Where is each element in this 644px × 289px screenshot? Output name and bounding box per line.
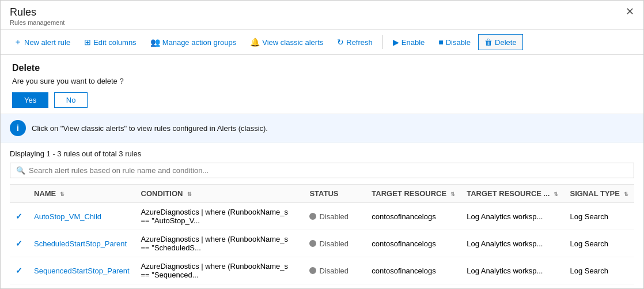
row-condition-0: AzureDiagnostics | where (RunbookName_s … (135, 203, 304, 230)
delete-title: Delete (12, 63, 632, 73)
info-bar: i Click on "View classic alerts" to view… (1, 114, 643, 142)
row-check-0[interactable]: ✓ (10, 203, 28, 230)
info-icon: i (10, 120, 26, 136)
th-condition: CONDITION ⇅ (135, 185, 304, 203)
th-check (10, 185, 28, 203)
edit-columns-button[interactable]: ⊞ Edit columns (78, 34, 142, 50)
enable-button[interactable]: ▶ Enable (387, 34, 431, 50)
th-name: NAME ⇅ (28, 185, 135, 203)
sort-arrows-condition[interactable]: ⇅ (187, 192, 192, 197)
row-status-2: Disabled (304, 257, 366, 284)
row-signal-0: Log Search (564, 203, 634, 230)
status-text-2: Disabled (319, 267, 348, 275)
row-target-0: contosofinancelogs (366, 203, 461, 230)
delete-question: Are you sure you want to delete ? (12, 77, 632, 85)
th-status: STATUS (304, 185, 366, 203)
stop-icon: ■ (438, 37, 443, 47)
refresh-label: Refresh (346, 38, 373, 47)
row-target-type-2: Log Analytics worksp... (461, 257, 564, 284)
row-name-1: ScheduledStartStop_Parent (28, 230, 135, 257)
enable-label: Enable (401, 38, 425, 47)
row-name-0: AutoStop_VM_Child (28, 203, 135, 230)
trash-icon: 🗑 (484, 37, 493, 47)
no-button[interactable]: No (54, 92, 88, 108)
display-count: Displaying 1 - 3 rules out of total 3 ru… (10, 149, 634, 158)
people-icon: 👥 (150, 37, 160, 47)
row-name-2: SequencedStartStop_Parent (28, 257, 135, 284)
th-signal-type: SIGNAL TYPE ⇅ (564, 185, 634, 203)
row-target-2: contosofinancelogs (366, 257, 461, 284)
row-target-1: contosofinancelogs (366, 230, 461, 257)
rule-name-link-2[interactable]: SequencedStartStop_Parent (34, 267, 130, 275)
checkmark-icon: ✓ (16, 239, 22, 248)
delete-label: Delete (495, 38, 517, 47)
table-row: ✓ AutoStop_VM_Child AzureDiagnostics | w… (10, 203, 634, 230)
status-text-1: Disabled (319, 239, 348, 248)
row-target-type-1: Log Analytics worksp... (461, 230, 564, 257)
delete-section: Delete Are you sure you want to delete ?… (1, 55, 643, 114)
title-block: Rules Rules management (10, 6, 65, 26)
rule-name-link-0[interactable]: AutoStop_VM_Child (34, 212, 101, 221)
status-dot-1 (309, 240, 316, 247)
status-dot-0 (309, 213, 316, 220)
refresh-icon: ↻ (337, 37, 344, 47)
row-status-0: Disabled (304, 203, 366, 230)
row-signal-1: Log Search (564, 230, 634, 257)
rules-table: NAME ⇅ CONDITION ⇅ STATUS TARGET RESOURC… (10, 184, 634, 284)
close-button[interactable]: ✕ (626, 6, 634, 17)
checkmark-icon: ✓ (16, 266, 22, 275)
search-input[interactable] (29, 166, 628, 175)
main-window: Rules Rules management ✕ ＋ New alert rul… (0, 0, 644, 289)
th-target-resource: TARGET RESOURCE ⇅ (366, 185, 461, 203)
view-classic-label: View classic alerts (262, 38, 323, 47)
th-target-resource-type: TARGET RESOURCE ... ⇅ (461, 185, 564, 203)
manage-action-label: Manage action groups (162, 38, 237, 47)
status-dot-2 (309, 267, 316, 274)
view-classic-button[interactable]: 🔔 View classic alerts (244, 34, 329, 50)
search-box: 🔍 (10, 163, 634, 178)
window-title: Rules (10, 6, 65, 18)
sort-arrows-target-type[interactable]: ⇅ (554, 192, 558, 197)
row-check-1[interactable]: ✓ (10, 230, 28, 257)
new-alert-button[interactable]: ＋ New alert rule (7, 33, 77, 51)
new-alert-label: New alert rule (24, 38, 70, 47)
main-content: Displaying 1 - 3 rules out of total 3 ru… (1, 142, 643, 288)
table-row: ✓ SequencedStartStop_Parent AzureDiagnos… (10, 257, 634, 284)
disable-button[interactable]: ■ Disable (432, 34, 477, 50)
table-body: ✓ AutoStop_VM_Child AzureDiagnostics | w… (10, 203, 634, 284)
row-check-2[interactable]: ✓ (10, 257, 28, 284)
info-text: Click on "View classic alerts" to view r… (32, 124, 268, 133)
plus-icon: ＋ (14, 37, 22, 47)
bell-icon: 🔔 (250, 37, 260, 47)
yes-button[interactable]: Yes (12, 92, 48, 108)
window-subtitle: Rules management (10, 19, 65, 26)
table-header: NAME ⇅ CONDITION ⇅ STATUS TARGET RESOURC… (10, 185, 634, 203)
row-condition-1: AzureDiagnostics | where (RunbookName_s … (135, 230, 304, 257)
row-target-type-0: Log Analytics worksp... (461, 203, 564, 230)
status-text-0: Disabled (319, 212, 348, 221)
disable-label: Disable (446, 38, 471, 47)
manage-action-button[interactable]: 👥 Manage action groups (144, 34, 243, 50)
rule-name-link-1[interactable]: ScheduledStartStop_Parent (34, 239, 127, 248)
checkmark-icon: ✓ (16, 212, 22, 221)
sort-arrows-target[interactable]: ⇅ (450, 192, 455, 197)
search-icon: 🔍 (16, 166, 25, 175)
delete-button[interactable]: 🗑 Delete (478, 34, 523, 50)
sort-arrows-signal[interactable]: ⇅ (624, 192, 628, 197)
play-icon: ▶ (393, 37, 399, 47)
row-condition-2: AzureDiagnostics | where (RunbookName_s … (135, 257, 304, 284)
toolbar: ＋ New alert rule ⊞ Edit columns 👥 Manage… (1, 30, 643, 55)
row-status-1: Disabled (304, 230, 366, 257)
refresh-button[interactable]: ↻ Refresh (331, 34, 379, 50)
columns-icon: ⊞ (84, 37, 91, 47)
table-row: ✓ ScheduledStartStop_Parent AzureDiagnos… (10, 230, 634, 257)
edit-columns-label: Edit columns (93, 38, 136, 47)
toolbar-separator (382, 35, 383, 49)
row-signal-2: Log Search (564, 257, 634, 284)
sort-arrows-name[interactable]: ⇅ (60, 192, 65, 197)
title-bar: Rules Rules management ✕ (1, 1, 643, 30)
